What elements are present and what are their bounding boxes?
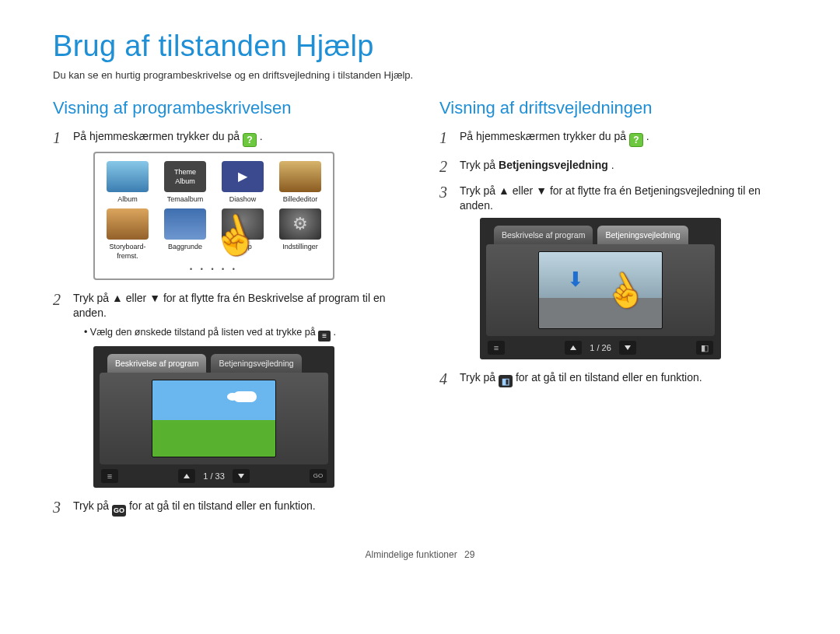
screen2-body: ⬇ ☝ (486, 244, 715, 336)
nav-up-button[interactable] (565, 341, 582, 355)
screen1-tabs: Beskrivelse af program Betjeningsvejledn… (93, 346, 334, 373)
left-step-3: 3 Tryk på GO for at gå til en tilstand e… (53, 499, 401, 516)
right-step-3: 3 Tryk på ▲ eller ▼ for at flytte fra én… (439, 184, 787, 359)
right-step-2-b: . (611, 159, 614, 171)
help-icon: ? (629, 133, 643, 147)
left-step-1-text-a: På hjemmeskærmen trykker du på (73, 130, 243, 142)
screen1-footer: ≡ 1 / 33 GO (93, 464, 334, 488)
two-column-layout: Visning af programbeskrivelsen 1 På hjem… (53, 98, 787, 527)
page-title: Brug af tilstanden Hjælp (53, 30, 787, 63)
right-step-2: 2 Tryk på Betjeningsvejledning . (439, 158, 787, 173)
right-step-1-b: . (646, 130, 649, 142)
left-step-2: 2 Tryk på ▲ eller ▼ for at flytte fra én… (53, 291, 401, 489)
go-icon: GO (313, 472, 323, 481)
right-step-4-a: Tryk på (460, 371, 499, 384)
footer-section-name: Almindelige funktioner (366, 549, 457, 560)
left-step-1-text-b: . (260, 130, 263, 142)
app-label: Baggrunde (168, 243, 202, 250)
tab-beskrivelse[interactable]: Beskrivelse af program (107, 354, 206, 373)
left-step-2-sub: Vælg den ønskede tilstand på listen ved … (73, 326, 401, 342)
app-label: Storyboard-fremst. (109, 243, 145, 260)
screen1-nav: 1 / 33 (178, 469, 250, 483)
left-step-1: 1 På hjemmeskærmen trykker du på ? . Alb… (53, 129, 401, 280)
go-icon: GO (112, 505, 126, 516)
home-menu-screenshot: Album ThemeAlbumTemaalbum Diashow Billed… (93, 152, 334, 280)
hand-swipe-icon: ☝ (597, 262, 653, 320)
screen1-body (100, 373, 328, 464)
right-step-4: 4 Tryk på ◧ for at gå til en tilstand el… (439, 370, 787, 387)
app-label: Temaalbum (167, 195, 204, 203)
left-section-heading: Visning af programbeskrivelsen (53, 98, 401, 118)
camera-go-icon: ◧ (499, 375, 513, 387)
operating-guide-screenshot: Beskrivelse af program Betjeningsvejledn… (480, 218, 721, 359)
right-step-1-a: På hjemmeskærmen trykker du på (460, 130, 629, 142)
camera-go-button[interactable]: ◧ (696, 341, 713, 355)
down-arrow-icon: ⬇ (567, 266, 584, 293)
left-step-3-a: Tryk på (73, 499, 112, 512)
screen2-nav: 1 / 26 (565, 341, 636, 355)
app-icon-temaalbum[interactable]: ThemeAlbumTemaalbum (160, 161, 210, 204)
nav-up-button[interactable] (178, 469, 195, 483)
tab-beskrivelse[interactable]: Beskrivelse af program (494, 226, 593, 244)
chevron-up-icon (570, 345, 576, 350)
nav-down-button[interactable] (233, 469, 250, 483)
app-icon-baggrunde[interactable]: Baggrunde (160, 208, 210, 261)
page-footer: Almindelige funktioner 29 (53, 549, 787, 560)
app-icon-album[interactable]: Album (103, 161, 152, 204)
chevron-up-icon (184, 474, 190, 478)
list-button[interactable]: ≡ (101, 469, 118, 483)
right-step-3-text: Tryk på ▲ eller ▼ for at flytte fra én B… (460, 184, 761, 212)
screen2-tabs: Beskrivelse af program Betjeningsvejledn… (480, 218, 721, 244)
list-icon: ≡ (107, 471, 112, 482)
camera-go-icon: ◧ (701, 342, 709, 354)
screen2-counter: 1 / 26 (590, 342, 611, 354)
app-icon-indstillinger[interactable]: Indstillinger (275, 208, 325, 261)
app-label: Billededitor (283, 195, 318, 203)
manual-page: Brug af tilstanden Hjælp Du kan se en hu… (0, 0, 840, 579)
tab-betjening[interactable]: Betjeningsvejledning (211, 354, 301, 373)
app-label: Diashow (229, 195, 257, 203)
app-icon-hjaelp[interactable]: Hjælp (218, 208, 268, 261)
left-steps-list: 1 På hjemmeskærmen trykker du på ? . Alb… (53, 129, 401, 517)
list-button[interactable]: ≡ (488, 341, 505, 355)
right-step-4-b: for at gå til en tilstand eller en funkt… (516, 371, 702, 384)
tab-betjening[interactable]: Betjeningsvejledning (597, 226, 688, 244)
screen1-preview-image (152, 380, 276, 457)
list-icon: ≡ (318, 331, 331, 342)
list-icon: ≡ (494, 342, 499, 354)
screen1-counter: 1 / 33 (203, 471, 225, 482)
footer-page-number: 29 (464, 549, 474, 560)
program-description-screenshot: Beskrivelse af program Betjeningsvejledn… (93, 346, 334, 488)
right-step-1: 1 På hjemmeskærmen trykker du på ? . (439, 129, 787, 147)
nav-down-button[interactable] (619, 341, 636, 355)
screen2-illustration: ⬇ ☝ (538, 251, 663, 329)
page-intro: Du kan se en hurtig programbeskrivelse o… (53, 69, 787, 81)
chevron-down-icon (625, 345, 631, 350)
left-column: Visning af programbeskrivelsen 1 På hjem… (53, 98, 401, 527)
app-icon-storyboard[interactable]: Storyboard-fremst. (103, 208, 152, 261)
right-section-heading: Visning af driftsvejledningen (439, 98, 787, 118)
left-step-3-b: for at gå til en tilstand eller en funkt… (129, 499, 316, 512)
right-column: Visning af driftsvejledningen 1 På hjemm… (439, 98, 787, 527)
go-button[interactable]: GO (310, 469, 327, 483)
help-icon: ? (243, 133, 257, 147)
app-icon-diashow[interactable]: Diashow (218, 161, 268, 204)
app-icon-billededitor[interactable]: Billededitor (275, 161, 325, 204)
right-step-2-a: Tryk på (460, 159, 499, 171)
chevron-down-icon (238, 474, 244, 478)
app-label: Album (117, 195, 138, 203)
right-steps-list: 1 På hjemmeskærmen trykker du på ? . 2 T… (439, 129, 787, 387)
home-menu-grid: Album ThemeAlbumTemaalbum Diashow Billed… (103, 161, 325, 261)
screen2-footer: ≡ 1 / 26 ◧ (480, 336, 721, 359)
app-label: Indstillinger (282, 243, 318, 250)
page-dots: • • • • • (103, 264, 325, 274)
right-step-2-bold: Betjeningsvejledning (499, 159, 608, 171)
app-label: Hjælp (233, 243, 252, 250)
left-step-2-text: Tryk på ▲ eller ▼ for at flytte fra én B… (73, 292, 385, 319)
